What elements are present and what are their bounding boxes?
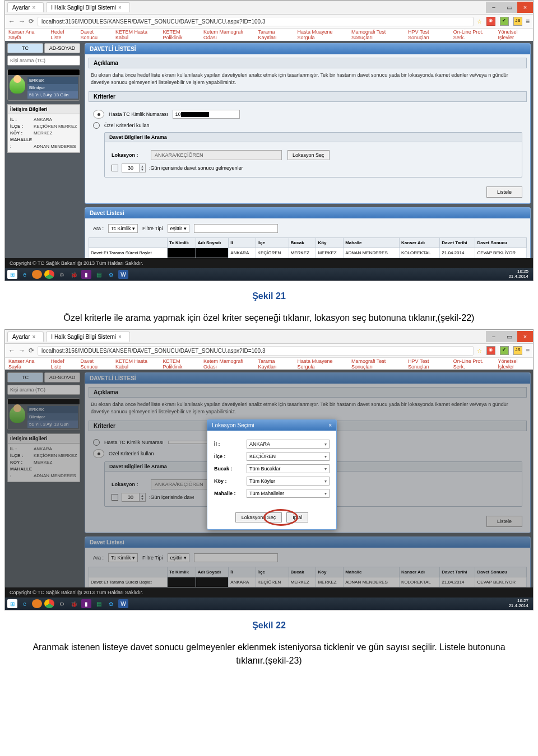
minimize-button[interactable]: − bbox=[486, 2, 502, 13]
menu-icon[interactable]: ≡ bbox=[526, 17, 530, 25]
app-icon[interactable]: 🐞 bbox=[69, 599, 79, 608]
tc-input[interactable]: 10 bbox=[173, 110, 240, 119]
ara-select[interactable]: Tc Kimlik ▾ bbox=[108, 224, 138, 233]
ie-icon[interactable]: e bbox=[20, 599, 30, 608]
app-icon[interactable]: ▤ bbox=[94, 599, 104, 608]
forward-icon[interactable]: → bbox=[18, 17, 25, 25]
ext-icon[interactable]: ✔ bbox=[500, 17, 509, 26]
menu-item[interactable]: KETEM Poliklinik bbox=[163, 29, 196, 40]
browser-tab-1[interactable]: Ayarlar× bbox=[7, 2, 44, 12]
menu-icon[interactable]: ≡ bbox=[526, 347, 530, 354]
chrome-icon[interactable] bbox=[44, 270, 54, 279]
row-action[interactable]: Davet Et Tarama Süreci Başlat bbox=[89, 248, 168, 258]
menu-item[interactable]: Ketem Mamografi Odası bbox=[203, 358, 250, 370]
ext-icon[interactable]: ◉ bbox=[486, 346, 495, 355]
menu-item[interactable]: Ketem Mamografi Odası bbox=[203, 29, 250, 40]
modal-ilce-select[interactable]: KEÇİÖREN bbox=[247, 452, 330, 461]
person-search-input[interactable] bbox=[7, 55, 80, 66]
app-icon[interactable]: ⚙ bbox=[57, 270, 67, 279]
browser-tab-2[interactable]: I Halk Sagligi Bilgi Sistemi× bbox=[46, 2, 129, 12]
menu-item[interactable]: Tarama Kayıtları bbox=[258, 29, 289, 40]
menu-item[interactable]: Mamografi Test Sonuçları bbox=[351, 29, 400, 40]
menu-item[interactable]: On-Line Prot. Serk. bbox=[453, 358, 490, 370]
menu-item[interactable]: Mamografi Test Sonuçları bbox=[351, 358, 400, 370]
menu-item[interactable]: Hasta Muayene Sorgula bbox=[297, 358, 344, 370]
menu-item[interactable]: Davet Sonucu bbox=[81, 29, 108, 40]
maximize-button[interactable]: ▭ bbox=[502, 2, 517, 13]
radio-ozel[interactable] bbox=[93, 122, 100, 129]
menu-item[interactable]: On-Line Prot. Serk. bbox=[453, 29, 490, 40]
browser-tab-2[interactable]: I Halk Sagligi Bilgi Sistemi× bbox=[46, 332, 129, 342]
menu-item[interactable]: Hasta Muayene Sorgula bbox=[297, 29, 344, 40]
forward-icon[interactable]: → bbox=[18, 347, 25, 354]
app-icon[interactable]: 🐞 bbox=[69, 270, 79, 279]
vs-icon[interactable]: ▮ bbox=[81, 270, 91, 279]
chrome-icon[interactable] bbox=[44, 599, 54, 608]
browser-tab-1[interactable]: Ayarlar× bbox=[7, 332, 44, 342]
menu-item[interactable]: Kanser Ana Sayfa bbox=[8, 358, 43, 370]
filtre-tipi-select[interactable]: eşittir ▾ bbox=[168, 224, 189, 233]
radio-tc[interactable] bbox=[93, 110, 104, 119]
menu-item[interactable]: Hedef Liste bbox=[51, 358, 73, 370]
sidebar-tab-ad[interactable]: AD-SOYAD bbox=[44, 43, 80, 53]
menu-item[interactable]: HPV Test Sonuçları bbox=[408, 358, 446, 370]
menu-item[interactable]: Hedef Liste bbox=[51, 29, 73, 40]
modal-ok-button[interactable]: Lokasyonu Seç bbox=[235, 512, 282, 522]
days-checkbox[interactable] bbox=[112, 165, 118, 171]
bookmark-icon[interactable]: ☆ bbox=[477, 348, 482, 354]
start-button-icon[interactable]: ⊞ bbox=[7, 270, 17, 279]
ext-icon[interactable]: JS bbox=[513, 17, 522, 26]
sidebar-tab-tc[interactable]: TC bbox=[7, 43, 43, 53]
menu-item[interactable]: Kanser Ana Sayfa bbox=[8, 29, 43, 40]
ext-icon[interactable]: ◉ bbox=[486, 17, 495, 26]
app-icon[interactable]: ✿ bbox=[106, 599, 116, 608]
modal-il-select[interactable]: ANKARA bbox=[247, 440, 330, 449]
menu-item[interactable]: HPV Test Sonuçları bbox=[408, 29, 446, 40]
table-row[interactable]: Davet Et Tarama Süreci Başlat ANKARA KEÇ… bbox=[89, 248, 527, 258]
minimize-button[interactable]: − bbox=[486, 331, 502, 342]
back-icon[interactable]: ← bbox=[8, 17, 15, 25]
app-icon[interactable]: ⚙ bbox=[57, 599, 67, 608]
listele-button[interactable]: Listele bbox=[486, 186, 522, 198]
window-close-button[interactable]: × bbox=[517, 331, 533, 342]
close-icon[interactable]: × bbox=[33, 4, 36, 11]
ext-icon[interactable]: ✔ bbox=[500, 346, 509, 355]
menu-item[interactable]: KETEM Poliklinik bbox=[163, 358, 196, 370]
firefox-icon[interactable] bbox=[32, 270, 42, 279]
taskbar-clock[interactable]: 16:2721.4.2014 bbox=[506, 599, 531, 609]
ie-icon[interactable]: e bbox=[20, 270, 30, 279]
menu-item[interactable]: KETEM Hasta Kabul bbox=[115, 29, 155, 40]
ext-icon[interactable]: JS bbox=[513, 346, 522, 355]
taskbar-clock[interactable]: 16:2521.4.2014 bbox=[506, 269, 531, 279]
contact-body: İL :ANKARA İLÇE :KEÇİÖREN MERKEZ KÖY :ME… bbox=[7, 114, 80, 153]
reload-icon[interactable]: ⟳ bbox=[29, 17, 34, 25]
bookmark-icon[interactable]: ☆ bbox=[477, 18, 482, 25]
lokasyon-sec-button[interactable]: Lokasyon Seç bbox=[287, 150, 330, 160]
modal-mahalle-select[interactable]: Tüm Mahalleler bbox=[247, 489, 330, 498]
menu-item[interactable]: Yönetsel İşlevler bbox=[498, 29, 530, 40]
menu-item[interactable]: KETEM Hasta Kabul bbox=[115, 358, 155, 370]
word-icon[interactable]: W bbox=[118, 599, 128, 608]
vs-icon[interactable]: ▮ bbox=[81, 599, 91, 608]
menu-item[interactable]: Tarama Kayıtları bbox=[258, 358, 289, 370]
reload-icon[interactable]: ⟳ bbox=[29, 347, 34, 354]
menu-item[interactable]: Davet Sonucu bbox=[81, 358, 108, 370]
modal-koy-select[interactable]: Tüm Köyler bbox=[247, 477, 330, 486]
firefox-icon[interactable] bbox=[32, 599, 42, 608]
app-icon[interactable]: ✿ bbox=[106, 270, 116, 279]
filter-input[interactable] bbox=[194, 224, 278, 233]
url-input[interactable]: localhost:3156/MODULES/KANSER/DAVET_SONU… bbox=[38, 17, 474, 26]
window-close-button[interactable]: × bbox=[517, 2, 533, 13]
back-icon[interactable]: ← bbox=[8, 347, 15, 354]
close-icon[interactable]: × bbox=[118, 4, 122, 11]
modal-cancel-button[interactable]: İptal bbox=[286, 512, 308, 522]
word-icon[interactable]: W bbox=[118, 270, 128, 279]
url-input[interactable]: localhost:3156/MODULES/KANSER/DAVET_SONU… bbox=[38, 346, 474, 356]
modal-close-icon[interactable]: × bbox=[328, 422, 332, 428]
start-button-icon[interactable]: ⊞ bbox=[7, 599, 17, 608]
modal-bucak-select[interactable]: Tüm Bucaklar bbox=[247, 464, 330, 473]
menu-item[interactable]: Yönetsel İşlevler bbox=[498, 358, 530, 370]
maximize-button[interactable]: ▭ bbox=[502, 331, 517, 342]
app-icon[interactable]: ▤ bbox=[94, 270, 104, 279]
days-spinner[interactable]: ▲▼ bbox=[122, 164, 146, 172]
